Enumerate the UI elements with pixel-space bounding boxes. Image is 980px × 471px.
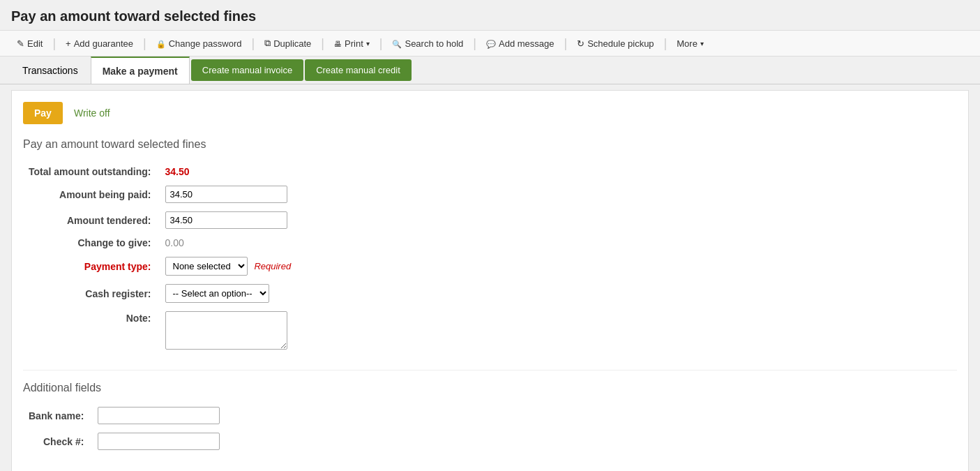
print-button[interactable]: Print (329, 36, 375, 52)
additional-fields-form: Bank name: Check #: (23, 403, 225, 454)
amount-being-paid-label: Amount being paid: (23, 181, 160, 207)
page-title: Pay an amount toward selected fines (11, 8, 969, 24)
search-to-hold-button[interactable]: Search to hold (386, 36, 469, 52)
edit-button[interactable]: Edit (11, 36, 48, 52)
total-outstanding-row: Total amount outstanding: 34.50 (23, 162, 296, 181)
more-button[interactable]: More (671, 36, 709, 52)
refresh-icon (577, 38, 585, 49)
sep8: | (664, 36, 668, 51)
amount-tendered-input[interactable] (165, 211, 287, 229)
bank-name-input[interactable] (98, 407, 220, 424)
tab-make-payment[interactable]: Make a payment (91, 57, 190, 84)
check-num-label: Check #: (23, 428, 92, 454)
tab-transactions[interactable]: Transactions (11, 57, 89, 84)
amount-tendered-label: Amount tendered: (23, 207, 160, 233)
page-header: Pay an amount toward selected fines (0, 0, 980, 30)
schedule-pickup-button[interactable]: Schedule pickup (571, 36, 659, 52)
plus-icon (66, 38, 71, 49)
write-off-button[interactable]: Write off (68, 105, 116, 121)
main-content: Pay Write off Pay an amount toward selec… (11, 90, 969, 471)
note-row: Note: (23, 307, 296, 356)
sep5: | (379, 36, 383, 51)
change-to-give-row: Change to give: 0.00 (23, 233, 296, 253)
amount-being-paid-row: Amount being paid: (23, 181, 296, 207)
tab-create-credit[interactable]: Create manual credit (305, 59, 412, 81)
sep6: | (473, 36, 476, 51)
bank-name-label: Bank name: (23, 403, 92, 428)
amount-being-paid-input[interactable] (165, 186, 287, 203)
sep4: | (321, 36, 324, 51)
payment-type-select[interactable]: None selected Cash Check Credit card Deb… (165, 257, 248, 276)
additional-fields-title: Additional fields (23, 370, 957, 394)
note-input[interactable] (165, 311, 287, 350)
form-section-title: Pay an amount toward selected fines (23, 138, 957, 151)
change-password-button[interactable]: Change password (151, 36, 248, 52)
payment-type-label: Payment type: (23, 253, 160, 280)
add-message-button[interactable]: Add message (481, 36, 560, 52)
tab-create-invoice[interactable]: Create manual invoice (191, 59, 303, 81)
note-label: Note: (23, 307, 160, 356)
change-to-give-value: 0.00 (165, 237, 184, 248)
toolbar: Edit | Add guarantee | Change password |… (0, 30, 980, 57)
total-outstanding-label: Total amount outstanding: (23, 162, 160, 181)
tabs-bar: Transactions Make a payment Create manua… (0, 57, 980, 84)
payment-form: Total amount outstanding: 34.50 Amount b… (23, 162, 296, 356)
check-num-input[interactable] (98, 433, 220, 450)
payment-type-row: Payment type: None selected Cash Check C… (23, 253, 296, 280)
print-icon (334, 38, 342, 49)
sep1: | (52, 36, 56, 51)
check-num-row: Check #: (23, 428, 225, 454)
action-bar: Pay Write off (23, 102, 957, 124)
message-icon (486, 38, 496, 49)
change-to-give-label: Change to give: (23, 233, 160, 253)
sep2: | (143, 36, 146, 51)
cash-register-label: Cash register: (23, 280, 160, 307)
pencil-icon (17, 38, 24, 49)
cash-register-select[interactable]: -- Select an option-- (165, 284, 269, 303)
cash-register-row: Cash register: -- Select an option-- (23, 280, 296, 307)
pay-button[interactable]: Pay (23, 102, 63, 124)
sep3: | (251, 36, 255, 51)
bank-name-row: Bank name: (23, 403, 225, 428)
amount-tendered-row: Amount tendered: (23, 207, 296, 233)
search-icon (392, 38, 402, 49)
lock-icon (156, 38, 166, 49)
required-text: Required (254, 261, 291, 271)
add-guarantee-button[interactable]: Add guarantee (60, 36, 139, 52)
copy-icon (264, 38, 271, 49)
total-outstanding-value: 34.50 (165, 166, 190, 177)
duplicate-button[interactable]: Duplicate (259, 35, 317, 52)
sep7: | (564, 36, 568, 51)
